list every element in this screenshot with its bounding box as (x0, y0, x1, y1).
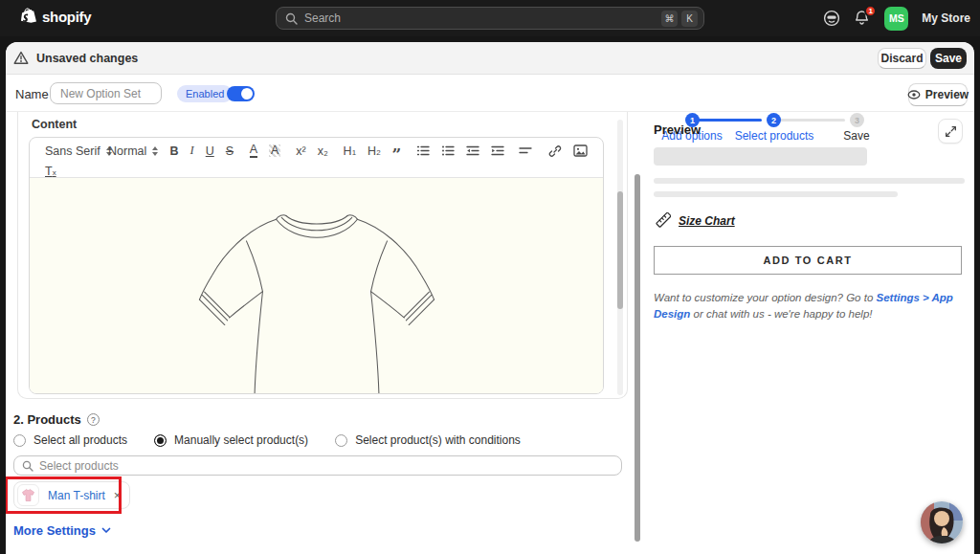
option-set-name-input[interactable] (50, 82, 162, 104)
preview-button-label: Preview (925, 88, 969, 101)
add-to-cart-button[interactable]: ADD TO CART (654, 246, 962, 275)
editor-canvas[interactable] (30, 178, 603, 394)
topbar: shopify Search ⌘ K 1 MS My Store (0, 0, 980, 36)
indent-button[interactable] (485, 144, 510, 157)
preview-panel-title: Preview (654, 122, 701, 137)
shopify-logo[interactable]: shopify (21, 8, 91, 26)
highlight-color-button[interactable]: A (263, 144, 286, 157)
more-settings-link[interactable]: More Settings (13, 523, 111, 538)
name-label: Name (15, 87, 49, 101)
step-3-label[interactable]: Save (843, 129, 869, 143)
unsaved-changes-bar: Unsaved changes Discard Save (6, 42, 974, 75)
radio-select-all-products[interactable]: Select all products (13, 433, 127, 447)
warning-icon (13, 51, 29, 65)
discard-button[interactable]: Discard (878, 48, 926, 69)
subscript-button[interactable]: x₂ (312, 144, 334, 158)
notifications-button[interactable]: 1 (854, 10, 871, 27)
content-section-label: Content (32, 118, 77, 131)
stepper-line-inactive (779, 119, 845, 122)
font-family-select[interactable]: Sans Serif (39, 144, 102, 158)
card-scrollbar-thumb[interactable] (617, 191, 623, 309)
text-color-button[interactable]: A (244, 144, 263, 158)
link-button[interactable] (543, 144, 568, 158)
superscript-button[interactable]: x² (290, 144, 311, 158)
store-name[interactable]: My Store (922, 11, 970, 25)
step-2-dot[interactable]: 2 (767, 113, 781, 127)
outdent-button[interactable] (460, 144, 485, 157)
chat-launcher-avatar[interactable] (921, 501, 963, 543)
option-set-header: Name Enabled 1 2 3 Add options Select pr… (6, 75, 974, 112)
preview-skeleton-title (654, 147, 867, 166)
global-search-bar[interactable]: Search ⌘ K (276, 7, 704, 30)
unsaved-changes-message: Unsaved changes (36, 52, 138, 65)
chevron-down-icon (101, 527, 111, 534)
page-scrollbar-thumb[interactable] (635, 174, 640, 542)
radio-circle (13, 434, 26, 447)
ordered-list-button[interactable] (411, 144, 435, 157)
product-search-input[interactable] (39, 459, 613, 473)
products-section-heading: 2. Products ? (13, 412, 100, 427)
image-button[interactable] (568, 144, 593, 157)
enabled-toggle[interactable] (227, 86, 255, 101)
radio-select-with-conditions[interactable]: Select product(s) with conditions (335, 433, 521, 447)
paragraph-format-select[interactable]: Normal (102, 144, 160, 158)
heading2-button[interactable]: H2 (362, 144, 386, 158)
help-icon[interactable]: ? (87, 413, 100, 426)
enabled-badge: Enabled (177, 85, 233, 102)
rich-text-editor: Sans Serif Normal B I U S A A x² x₂ H1 H… (29, 137, 604, 394)
sidekick-icon[interactable] (823, 10, 840, 27)
blockquote-button[interactable]: ” (387, 144, 408, 159)
bullet-list-button[interactable] (435, 144, 460, 157)
preview-skeleton-line (654, 191, 898, 197)
radio-circle-selected (154, 434, 167, 447)
updown-caret-icon (152, 146, 158, 156)
product-selection-radios: Select all products Manually select prod… (13, 433, 547, 447)
italic-button[interactable]: I (185, 144, 200, 158)
cmd-keycap: ⌘ (661, 11, 678, 27)
radio-manually-select[interactable]: Manually select product(s) (154, 433, 308, 447)
search-icon (22, 460, 33, 472)
size-chart-label: Size Chart (679, 214, 735, 228)
step-3-dot[interactable]: 3 (850, 113, 864, 127)
heading1-button[interactable]: H1 (338, 144, 362, 158)
preview-skeleton-line (654, 178, 965, 184)
search-placeholder-text: Search (304, 11, 657, 25)
clear-formatting-button[interactable]: Tx (39, 165, 62, 178)
product-search-field[interactable] (13, 455, 622, 476)
customize-help-text: Want to customize your option design? Go… (654, 290, 968, 323)
tshirt-sketch-image[interactable] (190, 207, 443, 394)
card-scrollbar-track[interactable] (617, 120, 623, 395)
strikethrough-button[interactable]: S (220, 144, 239, 158)
underline-button[interactable]: U (200, 144, 220, 158)
shopify-bag-icon (21, 8, 37, 26)
stepper-line-active (697, 119, 762, 122)
notification-count-badge: 1 (864, 5, 877, 17)
app-frame: Unsaved changes Discard Save Name Enable… (6, 42, 974, 554)
bold-button[interactable]: B (165, 144, 185, 158)
annotation-highlight-box (6, 476, 122, 514)
k-keycap: K (681, 11, 698, 27)
shopify-wordmark: shopify (42, 9, 91, 25)
preview-button[interactable]: Preview (908, 83, 968, 106)
ruler-icon (654, 212, 671, 230)
editor-toolbar: Sans Serif Normal B I U S A A x² x₂ H1 H… (30, 138, 603, 178)
eye-icon (907, 90, 921, 100)
align-button[interactable] (513, 146, 538, 155)
radio-circle (335, 434, 347, 447)
size-chart-link[interactable]: Size Chart (654, 212, 735, 230)
step-2-label[interactable]: Select products (735, 129, 814, 143)
store-avatar[interactable]: MS (884, 7, 908, 31)
save-button[interactable]: Save (930, 48, 967, 69)
toggle-knob (241, 88, 253, 100)
search-icon (285, 12, 298, 25)
expand-preview-button[interactable] (938, 119, 963, 144)
